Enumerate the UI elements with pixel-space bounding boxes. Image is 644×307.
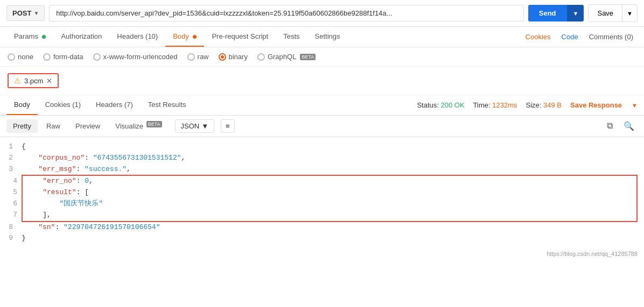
nav-code[interactable]: Code: [557, 27, 583, 46]
json-viewer: 1 { 2 "corpus_no": "6743556731301531512"…: [0, 137, 644, 248]
body-type-graphql[interactable]: GraphQL BETA: [257, 53, 316, 61]
resp-tab-testresults[interactable]: Test Results: [141, 95, 194, 115]
response-status-area: Status: 200 OK Time: 1232ms Size: 349 B …: [417, 101, 638, 109]
search-icon[interactable]: 🔍: [620, 119, 638, 133]
visualize-beta-badge: BETA: [146, 121, 162, 127]
view-tab-preview[interactable]: Preview: [69, 119, 107, 133]
tab-tests[interactable]: Tests: [276, 27, 307, 47]
tab-params[interactable]: Params: [6, 27, 53, 47]
format-select[interactable]: JSON ▼: [175, 119, 215, 133]
save-button[interactable]: Save: [588, 4, 622, 22]
send-button[interactable]: Send: [528, 5, 567, 22]
nav-comments[interactable]: Comments (0): [585, 27, 638, 46]
json-line-5: 5 "result": [: [4, 187, 633, 198]
body-type-none[interactable]: none: [8, 53, 33, 61]
time-value: 1232ms: [492, 101, 517, 109]
footer: https://blog.csdn.net/qq_41285788: [0, 248, 644, 259]
method-label: POST: [12, 9, 31, 17]
radio-urlencoded: [93, 53, 101, 61]
top-bar: POST ▼ Send ▼ Save ▼: [0, 0, 644, 27]
body-type-raw[interactable]: raw: [187, 53, 209, 61]
warning-icon: ⚠: [14, 76, 21, 85]
radio-raw: [187, 53, 195, 61]
send-dropdown-button[interactable]: ▼: [567, 5, 584, 22]
body-type-binary[interactable]: binary: [219, 53, 248, 61]
resp-tab-body[interactable]: Body: [6, 95, 38, 115]
radio-binary: [219, 53, 226, 61]
copy-icon[interactable]: ⧉: [604, 119, 616, 133]
body-dot: [193, 35, 197, 39]
format-chevron-icon: ▼: [201, 122, 208, 130]
body-type-formdata[interactable]: form-data: [43, 53, 83, 61]
file-area: ⚠ 3.pcm ✕: [0, 67, 644, 95]
body-type-row: none form-data x-www-form-urlencoded raw…: [0, 47, 644, 67]
save-response-button[interactable]: Save Response: [570, 101, 622, 109]
save-dropdown-button[interactable]: ▼: [622, 4, 638, 22]
json-line-2: 2 "corpus_no": "6743556731301531512",: [0, 153, 644, 164]
url-input[interactable]: [49, 5, 523, 22]
body-type-urlencoded[interactable]: x-www-form-urlencoded: [93, 53, 178, 61]
nav-cookies[interactable]: Cookies: [521, 27, 555, 46]
footer-url: https://blog.csdn.net/qq_41285788: [547, 251, 638, 257]
file-name: 3.pcm: [24, 77, 43, 85]
save-btn-group: Save ▼: [588, 4, 638, 22]
json-line-7: 7 ],: [4, 210, 633, 221]
save-response-chevron[interactable]: ▼: [632, 102, 638, 109]
params-dot: [42, 35, 46, 39]
size-value: 349 B: [543, 101, 562, 109]
json-line-4: 4 "err_no": 0,: [4, 176, 633, 187]
wrap-button[interactable]: ≡: [221, 119, 235, 133]
tab-authorization[interactable]: Authorization: [53, 27, 109, 47]
file-remove-button[interactable]: ✕: [46, 77, 52, 85]
send-btn-group: Send ▼: [528, 5, 584, 22]
viewer-right-actions: ⧉ 🔍: [604, 119, 638, 133]
size-label: Size: 349 B: [526, 101, 562, 109]
json-line-1: 1 {: [0, 141, 644, 153]
method-chevron-icon: ▼: [33, 10, 39, 16]
wrap-icon: ≡: [226, 122, 230, 130]
time-label: Time: 1232ms: [473, 101, 517, 109]
view-tab-raw[interactable]: Raw: [40, 119, 67, 133]
resp-tab-cookies[interactable]: Cookies (1): [38, 95, 88, 115]
tab-settings[interactable]: Settings: [307, 27, 348, 47]
nav-right-tabs: Cookies Code Comments (0): [521, 27, 638, 46]
json-line-8: 8 "sn": "229704726191570106654": [0, 222, 644, 233]
status-value: 200 OK: [441, 101, 465, 109]
radio-formdata: [43, 53, 51, 61]
json-line-3: 3 "err_msg": "success.",: [0, 164, 644, 175]
radio-none: [8, 53, 15, 61]
json-line-6: 6 "国庆节快乐": [4, 198, 633, 210]
nav-tabs: Params Authorization Headers (10) Body P…: [0, 27, 644, 47]
tab-prerequest[interactable]: Pre-request Script: [204, 27, 276, 47]
viewer-tabs: Pretty Raw Preview Visualize BETA JSON ▼…: [0, 116, 644, 137]
tab-headers[interactable]: Headers (10): [109, 27, 165, 47]
highlighted-section: 4 "err_no": 0, 5 "result": [ 6 "国庆节快乐" 7…: [22, 175, 638, 222]
response-tabs: Body Cookies (1) Headers (7) Test Result…: [0, 95, 644, 116]
view-tab-visualize[interactable]: Visualize BETA: [109, 119, 168, 133]
graphql-beta-badge: BETA: [300, 54, 316, 60]
radio-graphql: [257, 53, 265, 61]
json-line-9: 9 }: [0, 233, 644, 244]
resp-tab-headers[interactable]: Headers (7): [88, 95, 141, 115]
file-chip: ⚠ 3.pcm ✕: [8, 73, 59, 88]
tab-body[interactable]: Body: [165, 27, 204, 47]
method-select[interactable]: POST ▼: [6, 5, 45, 21]
view-tab-pretty[interactable]: Pretty: [6, 119, 38, 133]
status-label: Status: 200 OK: [417, 101, 464, 109]
